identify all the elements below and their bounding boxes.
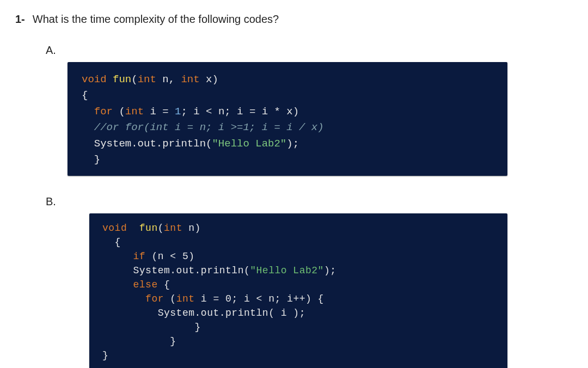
code-line: } xyxy=(102,320,498,334)
code-line: System.out.println( i ); xyxy=(102,306,498,320)
code-line: else { xyxy=(102,278,498,292)
code-line: void fun(int n, int x) xyxy=(82,72,497,88)
code-block-a: void fun(int n, int x) { for (int i = 1;… xyxy=(68,62,507,176)
question-number: 1- xyxy=(15,13,25,26)
code-block-b: void fun(int n) { if (n < 5) System.out.… xyxy=(89,213,507,368)
question-text: What is the time complexity of the follo… xyxy=(33,13,279,26)
code-line: { xyxy=(82,88,497,103)
code-line: { xyxy=(102,235,498,249)
code-line: for (int i = 0; i < n; i++) { xyxy=(102,292,498,306)
code-line: //or for(int i = n; i >=1; i = i / x) xyxy=(82,120,497,136)
code-line: System.out.println("Hello Lab2"); xyxy=(82,136,497,152)
code-line: } xyxy=(102,348,498,363)
code-line: void fun(int n) xyxy=(102,221,498,235)
code-line: } xyxy=(82,152,497,168)
code-line: for (int i = 1; i < n; i = i * x) xyxy=(82,104,497,120)
question-line: 1- What is the time complexity of the fo… xyxy=(15,13,573,26)
code-line: System.out.println("Hello Lab2"); xyxy=(102,263,498,278)
part-a-label: A. xyxy=(46,44,573,57)
part-b-label: B. xyxy=(46,195,573,208)
code-line: } xyxy=(102,334,498,348)
code-line: if (n < 5) xyxy=(102,249,498,263)
